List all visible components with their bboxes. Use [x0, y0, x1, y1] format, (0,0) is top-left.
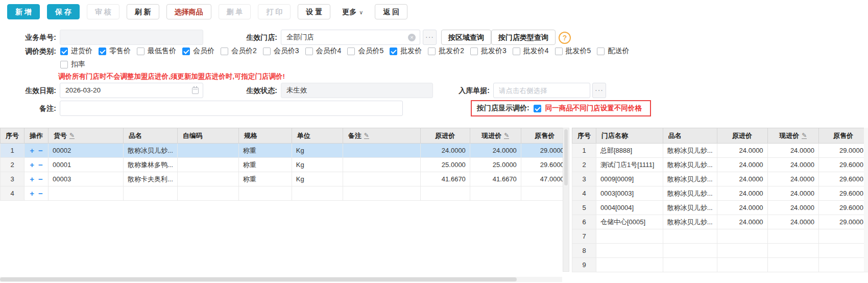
- store-table-vscrollbar[interactable]: [864, 128, 868, 272]
- table-cell[interactable]: 24.0000: [420, 144, 470, 158]
- table-cell[interactable]: [767, 229, 818, 244]
- product-table-hscrollbar[interactable]: [0, 277, 562, 282]
- table-row[interactable]: 7: [572, 229, 868, 244]
- table-row[interactable]: 3+−00003散称卡夫奥利...称重Kg41.667041.667047.00…: [1, 172, 569, 186]
- table-cell[interactable]: 散称冰贝儿炒...: [663, 158, 717, 172]
- table-row[interactable]: 2测试门店1号[1111]散称冰贝儿炒...24.000024.000029.6…: [572, 158, 868, 172]
- table-cell[interactable]: 称重: [238, 158, 292, 172]
- checkbox-unchecked-icon[interactable]: [513, 48, 520, 55]
- settings-button[interactable]: 设 置: [298, 4, 330, 19]
- checkbox-unchecked-icon[interactable]: [597, 48, 605, 55]
- table-cell[interactable]: 29.0000: [521, 144, 568, 158]
- checkbox-unchecked-icon[interactable]: [470, 48, 478, 55]
- checkbox-checked-icon[interactable]: [182, 48, 190, 55]
- table-cell[interactable]: 测试门店1号[1111]: [596, 158, 663, 172]
- table-cell[interactable]: 24.0000: [767, 186, 818, 201]
- inbound-doc-picker-button[interactable]: ···: [592, 83, 606, 98]
- table-cell[interactable]: 24.0000: [767, 201, 818, 215]
- table-cell[interactable]: 41.6670: [420, 172, 470, 186]
- store-picker-button[interactable]: ···: [423, 30, 437, 45]
- table-cell[interactable]: 散称冰贝儿炒...: [124, 144, 178, 158]
- price-type-option[interactable]: 会员价3: [263, 46, 299, 56]
- table-cell[interactable]: 散称冰贝儿炒...: [663, 144, 717, 158]
- table-cell[interactable]: 散称冰贝儿炒...: [663, 215, 717, 229]
- price-type-option[interactable]: 进货价: [60, 46, 92, 56]
- table-cell[interactable]: 散称冰贝儿炒...: [663, 172, 717, 186]
- table-cell[interactable]: 29.6000: [818, 158, 867, 172]
- table-cell[interactable]: 24.0000: [767, 144, 818, 158]
- row-ops-cell[interactable]: +−: [25, 186, 49, 201]
- price-type-option[interactable]: 批发价5: [555, 46, 591, 56]
- table-cell[interactable]: [663, 258, 717, 272]
- checkbox-unchecked-icon[interactable]: [137, 48, 144, 55]
- table-cell[interactable]: 24.0000: [717, 215, 767, 229]
- help-icon[interactable]: ?: [559, 32, 571, 44]
- table-cell[interactable]: [596, 229, 663, 244]
- checkbox-unchecked-icon[interactable]: [221, 48, 228, 55]
- table-cell[interactable]: [818, 244, 867, 258]
- table-row[interactable]: 40003[0003]散称冰贝儿炒...24.000024.000029.600…: [572, 186, 868, 201]
- table-cell[interactable]: [596, 258, 663, 272]
- save-button[interactable]: 保 存: [47, 4, 80, 19]
- table-cell[interactable]: [49, 186, 124, 201]
- vscrollbar-thumb[interactable]: [564, 129, 568, 185]
- table-cell[interactable]: 00002: [49, 144, 124, 158]
- refresh-button[interactable]: 刷 新: [127, 4, 159, 19]
- table-cell[interactable]: 0004[0004]: [596, 201, 663, 215]
- table-cell[interactable]: 称重: [238, 144, 292, 158]
- effective-store-input[interactable]: 全部门店 ×: [281, 30, 420, 45]
- table-cell[interactable]: [818, 258, 867, 272]
- table-cell[interactable]: [343, 158, 420, 172]
- table-row[interactable]: 30009[0009]散称冰贝儿炒...24.000024.000029.600…: [572, 172, 868, 186]
- price-type-option[interactable]: 最低售价: [137, 46, 176, 56]
- query-by-store-type-button[interactable]: 按门店类型查询: [491, 30, 556, 45]
- table-cell[interactable]: Kg: [292, 172, 343, 186]
- table-row[interactable]: 4+−: [1, 186, 569, 201]
- table-cell[interactable]: 00003: [49, 172, 124, 186]
- table-cell[interactable]: 称重: [238, 172, 292, 186]
- table-cell[interactable]: [470, 186, 521, 201]
- table-cell[interactable]: [343, 186, 420, 201]
- table-cell[interactable]: [343, 144, 420, 158]
- table-cell[interactable]: 29.0000: [818, 215, 867, 229]
- select-product-button[interactable]: 选择商品: [166, 4, 211, 19]
- hscrollbar-thumb[interactable]: [0, 277, 517, 281]
- table-cell[interactable]: [238, 186, 292, 201]
- add-button[interactable]: 新 增: [7, 4, 40, 19]
- table-cell[interactable]: [177, 186, 238, 201]
- price-type-option[interactable]: 会员价2: [221, 46, 257, 56]
- table-cell[interactable]: 00001: [49, 158, 124, 172]
- table-cell[interactable]: [177, 172, 238, 186]
- table-cell[interactable]: 29.6000: [818, 172, 867, 186]
- table-cell[interactable]: [596, 244, 663, 258]
- table-cell[interactable]: 24.0000: [717, 186, 767, 201]
- table-cell[interactable]: Kg: [292, 158, 343, 172]
- effective-date-input[interactable]: 2026-03-20: [60, 83, 203, 98]
- checkbox-unchecked-icon[interactable]: [60, 61, 68, 68]
- table-row[interactable]: 8: [572, 244, 868, 258]
- more-button[interactable]: 更多∨: [337, 4, 368, 19]
- checkbox-checked-icon[interactable]: [60, 48, 68, 55]
- table-cell[interactable]: 0003[0003]: [596, 186, 663, 201]
- table-cell[interactable]: 散称卡夫奥利...: [124, 172, 178, 186]
- remove-row-icon[interactable]: −: [38, 160, 43, 169]
- table-row[interactable]: 9: [572, 258, 868, 272]
- table-cell[interactable]: 29.6000: [818, 201, 867, 215]
- per-store-checkbox-checked-icon[interactable]: [534, 105, 541, 112]
- table-cell[interactable]: [717, 244, 767, 258]
- table-cell[interactable]: Kg: [292, 144, 343, 158]
- table-cell[interactable]: 散称冰贝儿炒...: [663, 201, 717, 215]
- table-cell[interactable]: 25.0000: [420, 158, 470, 172]
- table-cell[interactable]: 24.0000: [717, 172, 767, 186]
- table-cell[interactable]: 散称豫林多鸭...: [124, 158, 178, 172]
- price-type-option[interactable]: 零售价: [99, 46, 131, 56]
- table-cell[interactable]: 散称冰贝儿炒...: [663, 186, 717, 201]
- table-row[interactable]: 6仓储中心[0005]散称冰贝儿炒...24.000024.000029.000…: [572, 215, 868, 229]
- row-ops-cell[interactable]: +−: [25, 158, 49, 172]
- table-cell[interactable]: [124, 186, 178, 201]
- checkbox-checked-icon[interactable]: [390, 48, 397, 55]
- checkbox-unchecked-icon[interactable]: [263, 48, 271, 55]
- checkbox-unchecked-icon[interactable]: [305, 48, 313, 55]
- inbound-doc-input[interactable]: [493, 83, 590, 98]
- table-row[interactable]: 1+−00002散称冰贝儿炒...称重Kg24.000024.000029.00…: [1, 144, 569, 158]
